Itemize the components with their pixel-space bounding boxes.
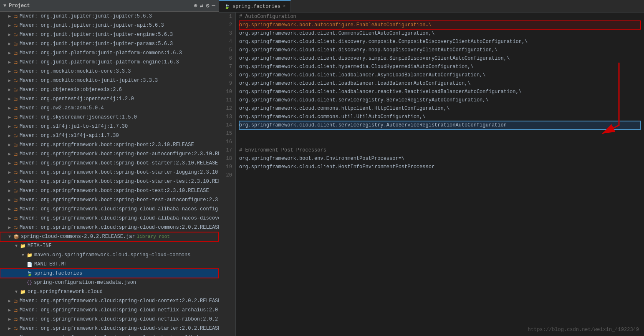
tree-item-spring-config-metadata[interactable]: {}spring-configuration-metadata.json xyxy=(0,278,219,287)
tree-arrow-meta-inf: ▼ xyxy=(15,244,20,248)
tree-arrow-maven-mockito-junit: ▶ xyxy=(8,78,13,83)
tree-item-maven-junit-jupiter[interactable]: ▶🗂Maven: org.junit.jupiter:junit-jupiter… xyxy=(0,12,219,21)
tree-label-maven-folder: maven.org.springframework.cloud.spring-c… xyxy=(34,252,190,258)
settings-icon[interactable]: ⚙ xyxy=(206,2,209,9)
tree-item-maven-mockito-junit[interactable]: ▶🗂Maven: org.mockito:mockito-junit-jupit… xyxy=(0,76,219,85)
tree-item-maven-opentest4j[interactable]: ▶🗂Maven: org.opentest4j:opentest4j:1.2.0 xyxy=(0,94,219,104)
tree-item-maven-spring-cloud-starter[interactable]: ▶🗂Maven: org.springframework.cloud:sprin… xyxy=(0,324,219,333)
tree-item-maven-junit-jupiter-params[interactable]: ▶🗂Maven: org.junit.jupiter:junit-jupiter… xyxy=(0,39,219,48)
line-number-13: 13 xyxy=(221,113,232,121)
locate-icon[interactable]: ⊕ xyxy=(194,2,197,9)
tree-item-maven-ow2-asm[interactable]: ▶🗂Maven: org.ow2.asm:asm:5.0.4 xyxy=(0,104,219,113)
tree-arrow-maven-objenesis: ▶ xyxy=(8,87,13,92)
tree-label-maven-spring-cloud-netflix-ribbon: Maven: org.springframework.cloud:spring-… xyxy=(20,316,219,322)
tree-item-maven-spring-cloud-netflix-archaius[interactable]: ▶🗂Maven: org.springframework.cloud:sprin… xyxy=(0,306,219,315)
tree-label-org-springframework-cloud: org.springframework.cloud xyxy=(28,289,103,295)
tree-arrow-maven-spring-boot-starter-test: ▶ xyxy=(8,179,13,184)
line-number-1: 1 xyxy=(221,13,232,21)
tree-item-maven-junit-jupiter-api[interactable]: ▶🗂Maven: org.junit.jupiter:junit-jupiter… xyxy=(0,21,219,30)
project-icon: ▼ xyxy=(3,3,6,9)
tree-item-maven-junit-platform-commons[interactable]: ▶🗂Maven: org.junit.platform:junit-platfo… xyxy=(0,48,219,58)
tree-item-maven-slf4j-api[interactable]: ▶🗂Maven: org.slf4j:slf4j-api:1.7.30 xyxy=(0,131,219,140)
tree-item-maven-folder[interactable]: ▼📁maven.org.springframework.cloud.spring… xyxy=(0,250,219,260)
tree-label-meta-inf: META-INF xyxy=(28,243,52,249)
tree-arrow-org-springframework-cloud: ▼ xyxy=(15,290,20,294)
tree-label-maven-spring-boot-autoconfigure: Maven: org.springframework.boot:spring-b… xyxy=(20,151,219,157)
tree-icon-maven: 🗂 xyxy=(13,317,18,322)
line-number-11: 11 xyxy=(221,96,232,104)
tree-arrow-maven-spring-cloud-netflix-archaius: ▶ xyxy=(8,308,13,313)
sidebar: ▼ Project ⊕ ⇄ ⚙ — ▶🗂Maven: org.junit.jup… xyxy=(0,0,219,336)
tree-icon-maven: 🗂 xyxy=(13,161,18,166)
tree-item-maven-spring-cloud-starter-alibaba-nacos-config[interactable]: ▶🗂Maven: org.springframework.cloud:sprin… xyxy=(0,333,219,336)
sidebar-content[interactable]: ▶🗂Maven: org.junit.jupiter:junit-jupiter… xyxy=(0,12,219,336)
tree-icon-folder: 📁 xyxy=(20,289,26,295)
tree-icon-maven: 🗂 xyxy=(13,197,18,203)
tree-arrow-maven-ow2-asm: ▶ xyxy=(8,106,13,111)
code-line-8: org.springframework.cloud.client.loadbal… xyxy=(239,71,641,79)
tree-item-maven-spring-boot[interactable]: ▶🗂Maven: org.springframework.boot:spring… xyxy=(0,140,219,149)
line-number-15: 15 xyxy=(221,129,232,138)
tree-item-maven-spring-boot-starter-test[interactable]: ▶🗂Maven: org.springframework.boot:spring… xyxy=(0,177,219,186)
tree-item-maven-spring-cloud-context[interactable]: ▶🗂Maven: org.springframework.cloud:sprin… xyxy=(0,296,219,306)
tree-item-maven-spring-cloud-commons[interactable]: ▶🗂Maven: org.springframework.cloud:sprin… xyxy=(0,223,219,232)
line-number-6: 6 xyxy=(221,54,232,63)
tree-item-spring-factories[interactable]: 🍃spring.factories xyxy=(0,269,219,278)
minimize-icon[interactable]: — xyxy=(212,2,215,9)
tree-item-maven-slf4j-jul[interactable]: ▶🗂Maven: org.slf4j:jul-to-slf4j:1.7.30 xyxy=(0,122,219,131)
code-line-10: org.springframework.cloud.client.loadbal… xyxy=(239,88,641,96)
tree-icon-maven: 🗂 xyxy=(13,298,18,304)
tree-item-maven-spring-boot-test[interactable]: ▶🗂Maven: org.springframework.boot:spring… xyxy=(0,186,219,195)
tree-item-org-springframework-cloud[interactable]: ▼📁org.springframework.cloud xyxy=(0,287,219,296)
tree-icon-maven: 🗂 xyxy=(13,14,18,19)
spring-factories-tab[interactable]: 🍃 spring.factories × xyxy=(219,0,291,12)
code-line-11: org.springframework.cloud.client.service… xyxy=(239,96,641,104)
line-number-20: 20 xyxy=(221,171,232,179)
tree-item-meta-inf[interactable]: ▼📁META-INF xyxy=(0,241,219,250)
tree-icon-maven: 🗂 xyxy=(13,32,18,38)
tree-label-maven-spring-cloud-commons: Maven: org.springframework.cloud:spring-… xyxy=(20,225,219,230)
line-number-10: 10 xyxy=(221,88,232,96)
tree-icon-maven: 🗂 xyxy=(13,216,18,221)
tree-icon-maven: 🗂 xyxy=(13,87,18,93)
editor-body[interactable]: 1234567891011121314151617181920 # AutoCo… xyxy=(219,13,644,336)
tree-item-manifest-mf[interactable]: 📄MANIFEST.MF xyxy=(0,260,219,269)
tree-item-maven-junit-jupiter-engine[interactable]: ▶🗂Maven: org.junit.jupiter:junit-jupiter… xyxy=(0,30,219,39)
tree-item-maven-spring-boot-test-autoconfigure[interactable]: ▶🗂Maven: org.springframework.boot:spring… xyxy=(0,195,219,205)
tree-icon-maven: 🗂 xyxy=(13,115,18,120)
tree-item-maven-mockito-core[interactable]: ▶🗂Maven: org.mockito:mockito-core:3.3.3 xyxy=(0,67,219,76)
tree-item-maven-spring-cloud-netflix-ribbon[interactable]: ▶🗂Maven: org.springframework.cloud:sprin… xyxy=(0,315,219,324)
collapse-icon[interactable]: ⇄ xyxy=(200,2,203,9)
tab-close-button[interactable]: × xyxy=(283,4,285,9)
tree-item-maven-skyscreamer[interactable]: ▶🗂Maven: org.skyscreamer:jsonassert:1.5.… xyxy=(0,113,219,122)
tree-label-maven-junit-platform-commons: Maven: org.junit.platform:junit-platform… xyxy=(20,50,182,56)
tree-item-maven-junit-platform-engine[interactable]: ▶🗂Maven: org.junit.platform:junit-platfo… xyxy=(0,58,219,67)
tree-label-maven-slf4j-api: Maven: org.slf4j:slf4j-api:1.7.30 xyxy=(20,133,119,139)
tree-label-jar-spring-cloud-commons: spring-cloud-commons-2.0.2.RELEASE.jar xyxy=(21,234,135,240)
code-line-17: # Environment Post Processors xyxy=(239,146,641,154)
tree-arrow-maven-folder: ▼ xyxy=(22,253,27,258)
code-line-2: org.springframework.boot.autoconfigure.E… xyxy=(239,21,641,29)
sidebar-header: ▼ Project ⊕ ⇄ ⚙ — xyxy=(0,0,219,12)
tree-icon-maven: 🗂 xyxy=(13,207,18,212)
tree-icon-maven: 🗂 xyxy=(13,51,18,56)
code-line-20 xyxy=(239,171,641,179)
tree-item-maven-spring-boot-autoconfigure[interactable]: ▶🗂Maven: org.springframework.boot:spring… xyxy=(0,149,219,159)
tree-item-maven-spring-boot-starter-logging[interactable]: ▶🗂Maven: org.springframework.boot:spring… xyxy=(0,168,219,177)
tree-icon-spring: 🍃 xyxy=(27,271,33,276)
tree-arrow-maven-junit-jupiter-api: ▶ xyxy=(8,23,13,28)
tree-item-maven-spring-boot-starter[interactable]: ▶🗂Maven: org.springframework.boot:spring… xyxy=(0,159,219,168)
tree-item-maven-objenesis[interactable]: ▶🗂Maven: org.objenesis:objenesis:2.6 xyxy=(0,85,219,94)
tree-item-maven-spring-cloud-alibaba-nacos-config[interactable]: ▶🗂Maven: org.springframework.cloud:sprin… xyxy=(0,205,219,214)
tree-arrow-maven-opentest4j: ▶ xyxy=(8,96,13,101)
tree-label-spring-config-metadata: spring-configuration-metadata.json xyxy=(34,280,136,285)
tree-label-maven-spring-boot-starter-logging: Maven: org.springframework.boot:spring-b… xyxy=(20,169,219,175)
tree-item-maven-spring-cloud-alibaba-nacos-discovery[interactable]: ▶🗂Maven: org.springframework.cloud:sprin… xyxy=(0,214,219,223)
tree-label-maven-spring-cloud-alibaba-nacos-config: Maven: org.springframework.cloud:spring-… xyxy=(20,206,219,212)
tree-label-manifest-mf: MANIFEST.MF xyxy=(34,261,67,267)
tree-arrow-maven-junit-platform-commons: ▶ xyxy=(8,51,13,56)
tree-label-maven-junit-jupiter-api: Maven: org.junit.jupiter:junit-jupiter-a… xyxy=(20,23,164,28)
tree-label-maven-spring-cloud-netflix-archaius: Maven: org.springframework.cloud:spring-… xyxy=(20,307,219,313)
tree-item-jar-spring-cloud-commons[interactable]: ▼📦spring-cloud-commons-2.0.2.RELEASE.jar… xyxy=(0,232,219,241)
code-line-7: org.springframework.cloud.client.hyperme… xyxy=(239,63,641,71)
